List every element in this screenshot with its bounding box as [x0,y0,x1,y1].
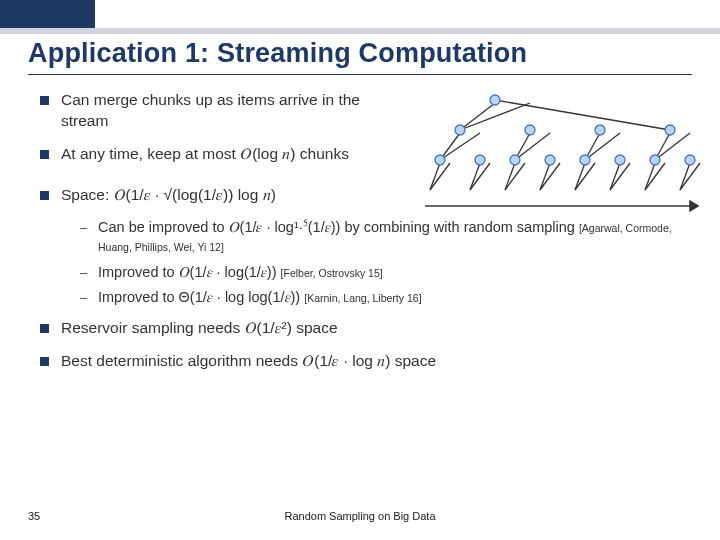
bullet-4-text: Reservoir sampling needs 𝑂(1/𝜀²) space [61,318,680,339]
svg-line-22 [610,163,630,190]
svg-point-34 [510,155,520,165]
sub-3: – Improved to Θ(1/𝜀 · log log(1/𝜀)) [Kar… [80,288,680,308]
svg-point-37 [615,155,625,165]
sub-3-main: Improved to Θ(1/𝜀 · log log(1/𝜀)) [98,289,304,305]
svg-point-35 [545,155,555,165]
dash-bullet-icon: – [80,289,90,307]
svg-line-10 [655,133,690,160]
svg-line-1 [460,103,495,130]
title-underline [28,74,692,75]
svg-line-4 [440,133,480,160]
accent-block [0,0,95,28]
footer-title: Random Sampling on Big Data [0,510,720,522]
tree-nodes [435,95,695,165]
svg-marker-41 [690,201,698,211]
svg-point-29 [455,125,465,135]
sub-3-cite: [Karnin, Lang, Liberty 16] [304,292,421,304]
svg-line-18 [540,163,560,190]
svg-line-11 [430,163,440,190]
sub-2-cite: [Felber, Ostrovsky 15] [281,267,383,279]
svg-line-13 [470,163,480,190]
tree-edges [430,100,700,190]
svg-line-25 [680,163,690,190]
square-bullet-icon [40,150,49,159]
svg-point-30 [525,125,535,135]
square-bullet-icon [40,324,49,333]
svg-line-15 [505,163,515,190]
svg-line-26 [680,163,700,190]
square-bullet-icon [40,191,49,200]
sub-2-main: Improved to 𝑂(1/𝜀 · log(1/𝜀)) [98,264,281,280]
svg-line-23 [645,163,655,190]
dash-bullet-icon: – [80,219,90,237]
dash-bullet-icon: – [80,264,90,282]
svg-line-8 [585,133,620,160]
sub-2-text: Improved to 𝑂(1/𝜀 · log(1/𝜀)) [Felber, O… [98,263,383,283]
svg-point-38 [650,155,660,165]
sub-2: – Improved to 𝑂(1/𝜀 · log(1/𝜀)) [Felber,… [80,263,680,283]
svg-point-31 [595,125,605,135]
square-bullet-icon [40,96,49,105]
svg-line-0 [495,100,670,130]
svg-line-16 [505,163,525,190]
bullet-5: Best deterministic algorithm needs 𝑂(1/𝜀… [40,351,680,372]
svg-line-6 [515,133,550,160]
svg-line-17 [540,163,550,190]
svg-line-14 [470,163,490,190]
bullet-2-text: At any time, keep at most 𝑂(log 𝑛) chunk… [61,144,400,165]
square-bullet-icon [40,357,49,366]
svg-point-32 [435,155,445,165]
svg-line-12 [430,163,450,190]
svg-line-20 [575,163,595,190]
bullet-1: Can merge chunks up as items arrive in t… [40,90,400,132]
svg-line-2 [460,103,530,130]
bullet-5-text: Best deterministic algorithm needs 𝑂(1/𝜀… [61,351,680,372]
slide-title: Application 1: Streaming Computation [28,38,527,69]
bullet-2: At any time, keep at most 𝑂(log 𝑛) chunk… [40,144,400,165]
bullet-1-text: Can merge chunks up as items arrive in t… [61,90,400,132]
svg-line-19 [575,163,585,190]
svg-point-27 [490,95,500,105]
svg-line-24 [645,163,665,190]
svg-point-33 [475,155,485,165]
svg-point-39 [685,155,695,165]
sub-3-text: Improved to Θ(1/𝜀 · log log(1/𝜀)) [Karni… [98,288,422,308]
accent-strip [0,28,720,34]
merge-tree-diagram [420,88,705,233]
bullet-4: Reservoir sampling needs 𝑂(1/𝜀²) space [40,318,680,339]
svg-line-21 [610,163,620,190]
svg-point-36 [580,155,590,165]
svg-point-28 [665,125,675,135]
stream-arrow-icon [425,201,698,211]
